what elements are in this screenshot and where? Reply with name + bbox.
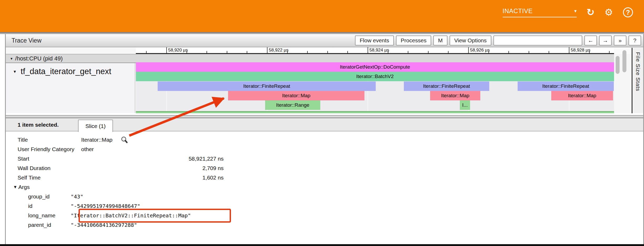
ruler-major-tick [166,47,167,54]
page-title: Trace View [12,37,42,44]
timeline-slice-area[interactable]: IteratorGetNextOp::DoComputeIterator::Ba… [136,63,614,113]
ruler-major-tick [468,47,469,54]
collapse-triangle-icon[interactable]: ▾ [11,56,13,61]
window-chrome-divider [0,32,644,34]
detail-row-category: User Friendly Category other [6,145,643,154]
flow-events-button[interactable]: Flow events [355,35,394,45]
arg-row-id: id "-5429951974994848647" [6,201,643,211]
clipped-next-row-strip [136,111,614,113]
app-header-bar: INACTIVE ▾ ↻ ⚙ ? [0,0,644,32]
find-previous-button[interactable]: ← [584,35,597,45]
trace-slice[interactable]: Iterator::Map [551,91,613,100]
help-icon[interactable]: ? [623,7,633,17]
ruler-minor-tick [388,51,388,53]
arg-row-long-name: long_name "Iterator::BatchV2::FiniteRepe… [6,211,643,220]
ruler-minor-tick [347,51,348,53]
chevron-down-icon: ▾ [574,8,577,14]
process-name: /host:CPU (pid 49) [15,55,63,62]
tab-slice[interactable]: Slice (1) [78,120,113,132]
trace-slice[interactable]: Iterator::FiniteRepeat [404,81,489,91]
detail-label: Title [6,137,81,143]
arg-key: parent_id [6,222,71,228]
ruler-major-tick [569,47,569,54]
detail-row-wall-duration: Wall Duration 2,709 ns [6,163,643,173]
ruler-minor-tick [207,51,207,53]
arg-key: group_id [6,193,71,200]
args-label: Args [18,184,30,190]
detail-row-self-time: Self Time 1,602 ns [6,173,643,182]
selection-summary-bar: 1 item selected. Slice (1) [6,118,643,131]
trace-slice[interactable]: Iterator::Map [228,91,364,100]
trace-slice[interactable]: Iterator::FiniteRepeat [518,81,614,91]
ruler-minor-tick [428,51,429,53]
trace-slice[interactable]: Iterator::Range [265,100,320,110]
process-track-label: ▾ /host:CPU (pid 49) [11,55,63,62]
processes-button[interactable]: Processes [396,35,431,45]
file-size-stats-tab[interactable]: File Size Stats [632,48,643,113]
arg-value: "-5429951974994848647" [71,203,140,209]
view-options-button[interactable]: View Options [450,35,491,45]
collapse-triangle-icon: ▼ [13,185,17,189]
thread-track-header[interactable]: ▾ tf_data_iterator_get_next [6,63,135,113]
capture-status-value: INACTIVE [503,7,533,15]
ruler-tick-label: 58,926 µs [470,48,490,53]
vertical-scrollbar-thumb[interactable] [616,56,620,74]
refresh-icon[interactable]: ↻ [587,8,595,17]
ruler-tick-label: 58,928 µs [571,48,590,53]
arg-value: "43" [71,193,83,200]
search-icon[interactable] [121,136,128,144]
ruler-minor-tick [287,51,288,53]
ruler-left-gutter [6,48,136,54]
arg-key: long_name [6,212,71,219]
capture-status-dropdown[interactable]: INACTIVE ▾ [503,7,577,17]
arg-key: id [6,203,71,209]
vertical-scrollbar-thumb[interactable] [622,50,626,72]
ruler-minor-tick [187,51,187,53]
trace-slice[interactable]: Iterator::FiniteRepeat [158,81,376,91]
detail-row-start: Start 58,921,227 ns [6,154,643,163]
ruler-minor-tick [247,51,247,53]
trace-view-toolbar: Trace View Flow events Processes M View … [6,34,643,47]
detail-value: other [81,146,94,152]
trace-viewer-app: INACTIVE ▾ ↻ ⚙ ? Trace View Flow events … [0,0,644,246]
app-header-controls: INACTIVE ▾ ↻ ⚙ ? [503,7,633,17]
detail-row-title: Title Iterator::Map [6,135,643,145]
ruler-minor-tick [609,51,610,53]
find-next-button[interactable]: → [599,35,612,45]
arg-row-parent-id: parent_id "-344106684136297288" [6,220,643,230]
timeline-ruler[interactable]: 58,920 µs58,922 µs58,924 µs58,926 µs58,9… [136,47,614,54]
trace-slice[interactable]: I... [460,100,470,110]
ruler-minor-tick [508,51,509,53]
ruler-tick-label: 58,920 µs [168,48,188,53]
ruler-tick-label: 58,924 µs [369,48,389,53]
ruler-minor-tick [529,51,529,53]
detail-label: Self Time [6,175,81,181]
args-header-row[interactable]: ▼ Args [6,182,643,192]
detail-value: 1,602 ns [81,175,224,181]
trace-slice[interactable]: Iterator::Map [430,91,480,100]
trace-slice[interactable]: Iterator::BatchV2 [136,72,614,81]
process-track-header[interactable]: ▾ /host:CPU (pid 49) X [6,54,632,63]
panel-splitter-handle[interactable] [6,115,643,118]
ruler-minor-tick [448,51,449,53]
ruler-minor-tick [589,51,590,53]
expand-results-button[interactable]: » [614,35,626,45]
shortcuts-help-button[interactable]: ? [628,35,641,45]
detail-value: 58,921,227 ns [81,156,224,162]
thread-name: tf_data_iterator_get_next [21,67,111,76]
metadata-button[interactable]: M [433,35,447,45]
ruler-minor-tick [549,51,549,53]
arg-value: "Iterator::BatchV2::FiniteRepeat::Map" [71,212,191,219]
ruler-minor-tick [488,51,489,53]
trace-slice[interactable]: IteratorGetNextOp::DoCompute [136,62,614,72]
gear-icon[interactable]: ⚙ [605,8,613,17]
find-input[interactable] [493,35,582,45]
arg-row-group-id: group_id "43" [6,192,643,201]
ruler-minor-tick [327,51,328,53]
collapse-triangle-icon[interactable]: ▾ [14,69,16,74]
window-border-bottom [0,244,644,246]
slice-details-panel: Title Iterator::Map User Friendly Catego… [6,131,643,244]
detail-value: Iterator::Map [81,137,112,143]
detail-label: Start [6,156,81,162]
detail-label: Wall Duration [6,165,81,171]
